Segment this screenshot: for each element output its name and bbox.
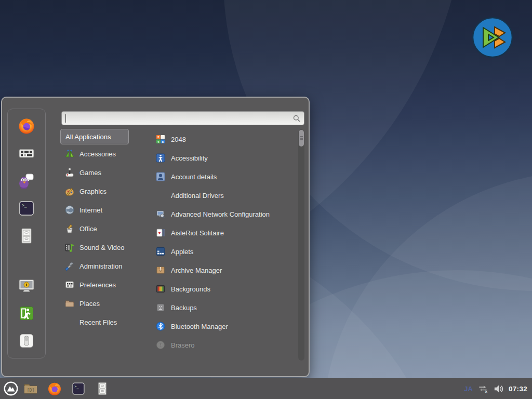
category-graphics[interactable]: Graphics xyxy=(60,182,150,201)
lock-screen-button[interactable] xyxy=(17,276,36,296)
svg-text:>_: >_ xyxy=(22,203,27,208)
accessories-icon xyxy=(64,149,75,159)
firefox-icon xyxy=(47,381,62,396)
terminal-launcher[interactable]: >_ xyxy=(71,381,86,396)
svg-text:[D]: [D] xyxy=(27,388,34,393)
distro-emblem-icon[interactable] xyxy=(472,17,513,58)
sound-video-icon xyxy=(64,242,75,253)
logout-button[interactable] xyxy=(17,303,36,323)
internet-globe-icon xyxy=(64,205,75,216)
system-settings-icon xyxy=(17,144,36,163)
category-label: Internet xyxy=(79,206,102,214)
svg-text:>_: >_ xyxy=(75,384,79,389)
svg-text:8: 8 xyxy=(162,140,164,143)
category-administration[interactable]: Administration xyxy=(60,257,150,275)
clock[interactable]: 07:32 xyxy=(509,385,527,393)
logout-icon xyxy=(17,304,36,323)
category-label: Recent Files xyxy=(79,318,117,326)
pidgin-icon xyxy=(17,171,36,190)
playing-cards-icon: ♥ xyxy=(156,228,165,237)
app-brasero[interactable]: Brasero xyxy=(151,336,297,354)
desktop-folder-launcher[interactable]: [D] xyxy=(23,381,38,396)
firefox-icon xyxy=(17,116,36,135)
system-settings-launcher[interactable] xyxy=(17,143,36,163)
app-label: Backgrounds xyxy=(171,285,210,293)
user-account-icon xyxy=(156,172,165,181)
category-label: Graphics xyxy=(79,188,107,195)
app-label: Additional Drivers xyxy=(171,192,224,200)
category-accessories[interactable]: Accessories xyxy=(60,144,150,163)
text-caret xyxy=(65,114,66,123)
category-all-applications[interactable]: All Applications xyxy=(60,129,129,144)
firefox-launcher[interactable] xyxy=(47,381,62,396)
volume-icon[interactable] xyxy=(493,383,504,394)
category-recent-files[interactable]: Recent Files xyxy=(60,313,150,331)
terminal-launcher[interactable]: >_ xyxy=(17,198,36,218)
keyboard-layout-indicator[interactable]: JA xyxy=(464,385,473,393)
app-archive-manager[interactable]: Archive Manager xyxy=(151,261,297,280)
search-icon xyxy=(292,114,301,123)
svg-text:2: 2 xyxy=(157,135,159,139)
app-backgrounds[interactable]: Backgrounds xyxy=(151,280,297,298)
graphics-icon xyxy=(64,186,75,197)
pidgin-launcher[interactable] xyxy=(17,171,36,191)
preferences-icon xyxy=(64,280,75,290)
office-icon xyxy=(64,223,75,234)
category-label: Places xyxy=(79,300,100,308)
category-office[interactable]: Office xyxy=(60,219,150,238)
app-label: Applets xyxy=(171,248,193,256)
backups-icon xyxy=(156,303,165,312)
menu-button[interactable] xyxy=(3,381,19,396)
terminal-icon: >_ xyxy=(71,381,86,396)
backgrounds-icon xyxy=(156,284,165,294)
wallpaper-arc xyxy=(322,171,532,399)
games-icon xyxy=(64,167,75,178)
shutdown-button[interactable] xyxy=(17,331,36,351)
panel: [D] >_ xyxy=(0,378,532,399)
category-label: All Applications xyxy=(65,133,111,141)
app-label: 2048 xyxy=(171,136,186,143)
app-2048[interactable]: 2 4 8 2048 xyxy=(151,130,297,149)
app-label: Brasero xyxy=(171,341,195,349)
app-label: Backups xyxy=(171,304,197,312)
app-account-details[interactable]: Account details xyxy=(151,167,297,186)
app-bluetooth-manager[interactable]: Bluetooth Manager xyxy=(151,317,297,336)
app-backups[interactable]: Backups xyxy=(151,298,297,317)
app-additional-drivers[interactable]: Additional Drivers xyxy=(151,186,297,205)
category-internet[interactable]: Internet xyxy=(60,201,150,219)
svg-text:4: 4 xyxy=(157,140,159,143)
app-applets[interactable]: Applets xyxy=(151,242,297,261)
app-label: Bluetooth Manager xyxy=(171,323,228,330)
favorites-column: >_ xyxy=(7,109,46,358)
accessibility-icon xyxy=(156,153,165,163)
app-advanced-network-configuration[interactable]: Advanced Network Configuration xyxy=(151,205,297,223)
category-places[interactable]: Places xyxy=(60,294,150,313)
system-tray: JA × 07:32 xyxy=(464,383,532,394)
app-label: Archive Manager xyxy=(171,267,222,274)
categories-column: All Applications Accessories xyxy=(60,129,150,331)
application-menu: >_ xyxy=(1,97,310,377)
app-aisleriot-solitaire[interactable]: ♥ AisleRiot Solitaire xyxy=(151,223,297,242)
app-list-scrollbar[interactable] xyxy=(298,129,304,361)
app-label: Advanced Network Configuration xyxy=(171,210,270,218)
menu-search-input[interactable] xyxy=(66,113,289,124)
lock-screen-icon xyxy=(17,276,36,295)
empty-icon-spacer xyxy=(64,317,75,328)
app-accessibility[interactable]: Accessibility xyxy=(151,149,297,167)
network-disconnected-icon[interactable]: × xyxy=(477,383,488,394)
administration-tools-icon xyxy=(64,261,75,272)
applications-column: 2 4 8 2048 Accessibility xyxy=(151,130,297,354)
category-preferences[interactable]: Preferences xyxy=(60,275,150,294)
firefox-launcher[interactable] xyxy=(17,116,36,136)
2048-icon: 2 4 8 xyxy=(156,135,165,144)
cinnamon-menu-icon xyxy=(3,381,19,396)
category-label: Sound & Video xyxy=(79,244,125,251)
category-games[interactable]: Games xyxy=(60,163,150,182)
file-manager-launcher[interactable] xyxy=(17,226,36,246)
scrollbar-thumb[interactable] xyxy=(299,130,304,147)
file-manager-launcher[interactable] xyxy=(95,381,110,396)
category-label: Administration xyxy=(79,262,122,270)
bluetooth-icon xyxy=(156,322,165,331)
category-sound-video[interactable]: Sound & Video xyxy=(60,238,150,257)
network-configuration-icon xyxy=(156,209,165,219)
